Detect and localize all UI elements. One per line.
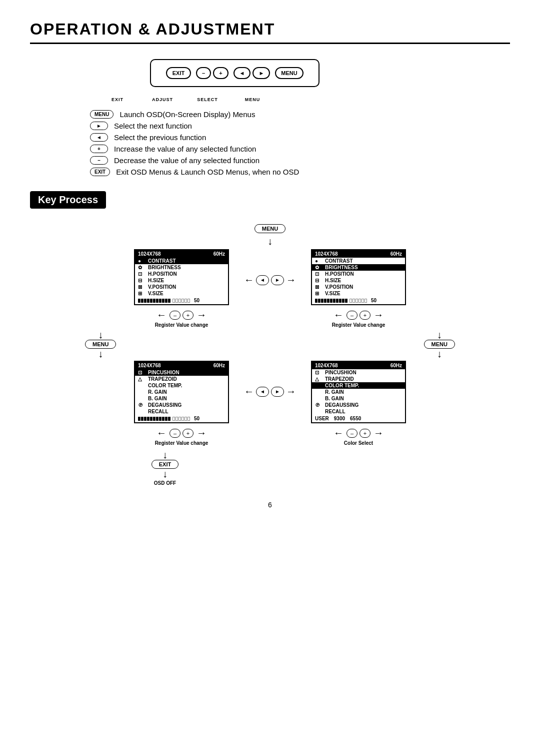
nav-left-btn-bot: ◄ [256,387,269,397]
osd-bl-bgain: B. GAIN [135,395,228,402]
minus-btn-tl: – [170,311,180,320]
exit-key-inline: EXIT [90,168,110,176]
label-register-tl: Register Value change [155,322,208,328]
label-adjust: ADJUST [140,97,185,102]
menu-key-diagram: MENU [275,67,303,79]
osd-bl-degaussing: ℗DEGAUSSING [135,402,228,408]
osd-tr-hsize: ⊟H.SIZE [312,277,405,284]
label-exit: EXIT [95,97,140,102]
exit-key-desc: Exit OSD Menus & Launch OSD Menus, when … [116,168,299,176]
osd-tr-bar: 50 [312,297,405,304]
osd-br-bgain: B. GAIN [312,395,405,402]
exit-key-diagram: EXIT [166,67,191,79]
osd-bl-value: 50 [194,416,200,421]
key-descriptions: MENU Launch OSD(On-Screen Display) Menus… [90,110,510,176]
osd-tl-contrast: ●CONTRAST [135,258,228,264]
right-big-arrow-br: → [374,427,384,439]
label-menu: MENU [230,97,275,102]
osd-bl-trapezoid: △TRAPEZOID [135,376,228,382]
osd-tl-bar: 50 [135,297,228,304]
osd-bl-recall: RECALL [135,408,228,415]
plus-btn-tl: + [182,311,194,320]
right-big-arrow-tl: → [196,309,206,321]
osd-br-rgain: R. GAIN [312,389,405,395]
arrow-down-left2: ↓ [98,349,103,359]
osd-bottom-left: 1024X768 60Hz ⊡PINCUSHION △TRAPEZOID COL… [134,361,229,423]
label-register-tr: Register Value change [332,322,386,328]
arrow-down-1: ↓ [268,236,272,246]
plus-btn-br: + [360,429,370,438]
osd-bl-hz: 60Hz [214,363,225,368]
osd-tl-hsize: ⊟H.SIZE [135,277,228,284]
minus-key-inline: – [90,156,108,165]
plus-key-diagram: + [213,67,228,79]
osd-top-right: 1024X768 60Hz ●CONTRAST ✿BRIGHTNESS ⊡H.P… [311,249,406,305]
menu-btn-right: MENU [424,340,455,349]
arrow-down-left: ↓ [98,330,103,340]
osd-tl-hposition: ⊡H.POSITION [135,271,228,277]
key-process-header: Key Process [30,191,106,209]
right-big-arrow-bl: → [196,427,206,439]
minus-btn-tr: – [346,311,358,320]
nav-left-arrow-top: ← [244,274,254,286]
color-user: USER [315,416,329,421]
osd-br-recall: RECALL [312,408,405,415]
minus-key-desc: Decrease the value of any selected funct… [114,156,260,165]
nav-left-arrow-bot: ← [244,386,254,397]
left-key-diagram: ◄ [234,67,251,79]
osd-top-left: 1024X768 60Hz ●CONTRAST ✿BRIGHTNESS ⊡H.P… [134,249,229,305]
osd-tr-contrast: ●CONTRAST [312,258,405,264]
right-key-inline: ► [90,122,108,130]
menu-btn-left: MENU [85,340,116,349]
osd-bl-pincushion: ⊡PINCUSHION [135,369,228,376]
menu-key-desc: Launch OSD(On-Screen Display) Menus [120,110,255,119]
osd-tr-hposition: ⊡H.POSITION [312,271,405,277]
osd-tr-vposition: ⊠V.POSITION [312,284,405,290]
osd-br-trapezoid: △TRAPEZOID [312,376,405,382]
key-desc-plus: + Increase the value of any selected fun… [90,145,510,153]
osd-bl-res: 1024X768 [138,363,161,368]
osd-tl-vsize: ⊞V.SIZE [135,290,228,297]
osd-tr-hz: 60Hz [390,251,402,257]
right-big-arrow-tr: → [374,309,384,321]
plus-key-inline: + [90,145,108,153]
osd-tr-brightness: ✿BRIGHTNESS [312,264,405,271]
key-desc-left: ◄ Select the previous function [90,133,510,142]
menu-key-inline: MENU [90,110,114,119]
osd-tr-vsize: ⊞V.SIZE [312,290,405,297]
exit-btn: EXIT [152,460,178,469]
arrow-down-right2: ↓ [437,349,442,359]
color-9300: 9300 [334,416,345,421]
osd-tr-res: 1024X768 [315,251,338,257]
arrow-down-right: ↓ [437,330,442,340]
osd-tl-value: 50 [194,298,200,303]
page-title: OPERATION & ADJUSTMENT [30,20,510,44]
plus-btn-bl: + [182,429,194,438]
osd-br-degaussing: ℗DEGAUSSING [312,402,405,408]
minus-key-diagram: – [196,67,211,79]
left-key-inline: ◄ [90,133,108,142]
left-key-desc: Select the previous function [114,133,206,142]
left-big-arrow-bl: ← [156,427,166,439]
page-number: 6 [30,501,510,509]
label-register-bl: Register Value change [155,440,208,446]
minus-btn-br: – [346,429,358,438]
nav-right-btn-top: ► [271,275,284,285]
osd-br-pincushion: ⊡PINCUSHION [312,369,405,376]
left-big-arrow-br: ← [334,427,344,439]
nav-left-btn-top: ◄ [256,275,269,285]
osd-br-color-options: USER 9300 6550 [312,415,405,422]
nav-right-btn-bot: ► [271,387,284,397]
plus-btn-tr: + [360,311,370,320]
color-6550: 6550 [350,416,361,421]
nav-right-arrow-bot: → [286,386,296,397]
osd-tl-brightness: ✿BRIGHTNESS [135,264,228,271]
osd-tl-res: 1024X768 [138,251,161,257]
arrow-down-to-osdoff: ↓ [162,469,168,479]
minus-btn-bl: – [170,429,180,438]
osd-bl-colortemp: COLOR TEMP. [135,382,228,389]
osd-br-hz: 60Hz [390,363,402,368]
arrow-down-to-exit: ↓ [162,450,168,460]
key-desc-menu: MENU Launch OSD(On-Screen Display) Menus [90,110,510,119]
osd-tr-value: 50 [371,298,376,303]
